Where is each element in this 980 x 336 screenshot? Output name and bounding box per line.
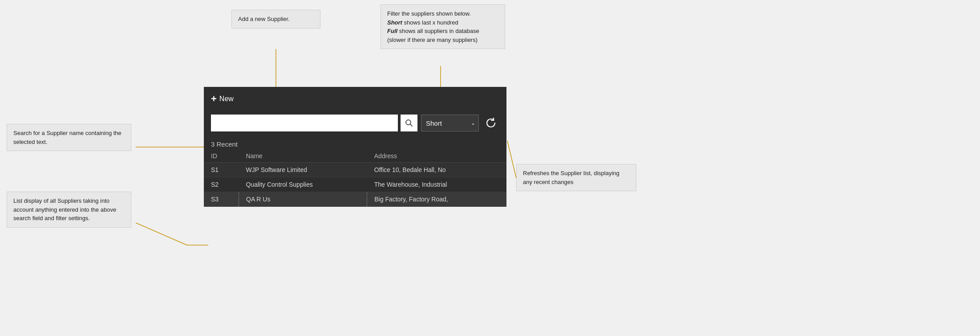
row-address: The Warehouse, Industrial [367, 177, 506, 192]
header-row: ID Name Address [204, 150, 506, 163]
col-name: Name [239, 150, 367, 163]
row-id: S1 [204, 163, 239, 177]
toolbar: + New [204, 87, 506, 111]
table-body: S1 WJP Software Limited Office 10, Bedal… [204, 163, 506, 207]
row-name: WJP Software Limited [239, 163, 367, 177]
search-input[interactable] [211, 115, 398, 131]
tooltip-add-supplier: Add a new Supplier. [231, 10, 320, 29]
filter-select-wrapper: Short Full ⌄ [421, 115, 479, 131]
tooltip-filter-short-bold: Short [387, 19, 402, 26]
new-supplier-button[interactable]: + New [211, 93, 234, 105]
tooltip-list-text: List display of all Suppliers taking int… [13, 197, 116, 221]
table-row[interactable]: S2 Quality Control Supplies The Warehous… [204, 177, 506, 192]
search-icon [405, 119, 413, 127]
refresh-button[interactable] [482, 115, 499, 131]
tooltip-filter-line3-rest: shows all suppliers in database (slower … [387, 28, 479, 43]
new-button-label: New [219, 95, 234, 103]
col-address: Address [367, 150, 506, 163]
table-header: ID Name Address [204, 150, 506, 163]
filter-dropdown[interactable]: Short Full [421, 115, 479, 131]
plus-icon: + [211, 93, 217, 105]
table-area: 3 Recent ID Name Address S1 WJP Software… [204, 137, 506, 207]
table-row[interactable]: S3 QA R Us Big Factory, Factory Road, [204, 192, 506, 207]
svg-line-3 [136, 223, 187, 245]
row-address: Office 10, Bedale Hall, No [367, 163, 506, 177]
refresh-icon [485, 117, 497, 129]
supplier-table: ID Name Address S1 WJP Software Limited … [204, 150, 506, 207]
col-id: ID [204, 150, 239, 163]
tooltip-refresh-text: Refreshes the Supplier list, displaying … [523, 170, 620, 185]
row-id: S2 [204, 177, 239, 192]
svg-line-7 [410, 124, 413, 127]
tooltip-search-text: Search for a Supplier name containing th… [13, 130, 121, 145]
tooltip-search: Search for a Supplier name containing th… [7, 124, 131, 151]
tooltip-list: List display of all Suppliers taking int… [7, 192, 131, 228]
table-row[interactable]: S1 WJP Software Limited Office 10, Bedal… [204, 163, 506, 177]
tooltip-filter-full-bold: Full [387, 28, 397, 34]
search-button[interactable] [401, 115, 417, 131]
supplier-panel: + New Short Full ⌄ 3 Recent [204, 87, 506, 207]
search-row: Short Full ⌄ [204, 111, 506, 137]
row-name: Quality Control Supplies [239, 177, 367, 192]
row-id: S3 [204, 192, 239, 207]
row-address: Big Factory, Factory Road, [367, 192, 506, 207]
tooltip-refresh: Refreshes the Supplier list, displaying … [516, 164, 636, 191]
tooltip-add-supplier-text: Add a new Supplier. [238, 16, 290, 22]
svg-line-5 [507, 141, 516, 178]
tooltip-filter-line1: Filter the suppliers shown below. [387, 10, 471, 17]
tooltip-filter-line2-rest: shows last x hundred [402, 19, 458, 26]
tooltip-filter: Filter the suppliers shown below. Short … [381, 4, 505, 49]
recent-label: 3 Recent [204, 137, 506, 150]
row-name: QA R Us [239, 192, 367, 207]
